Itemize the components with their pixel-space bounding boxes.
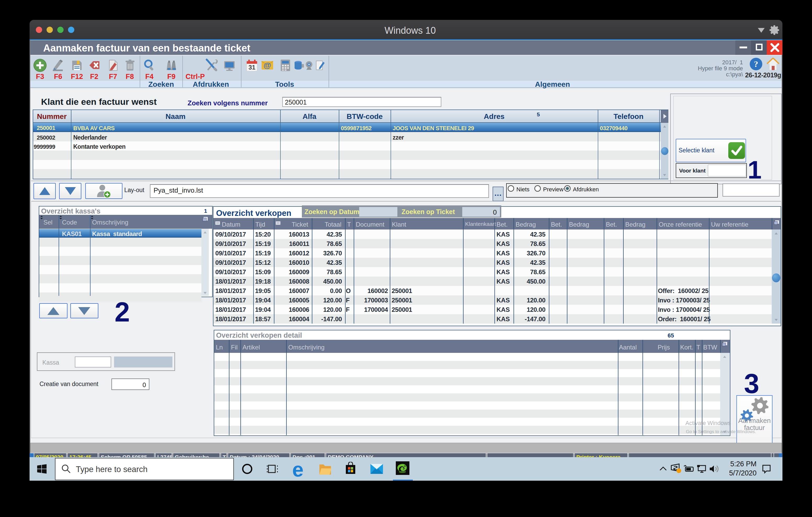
svg-text:@: @ (263, 61, 271, 69)
svg-text:31: 31 (249, 64, 256, 71)
svg-text:?: ? (754, 59, 758, 69)
